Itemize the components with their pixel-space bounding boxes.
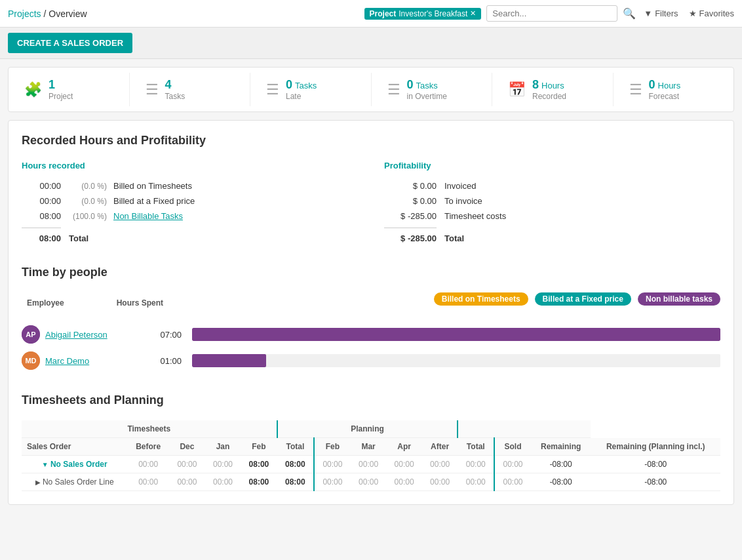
- planning-section-header: Planning: [277, 420, 458, 438]
- col-feb: Feb: [241, 438, 277, 456]
- group-plan-feb: 00:00: [314, 456, 351, 473]
- stat-projects-number: 1: [49, 78, 73, 92]
- profitability-label: Profitability: [384, 161, 720, 170]
- col-hours-header: Hours Spent: [117, 298, 163, 308]
- recorded-hours-title: Recorded Hours and Profitability: [22, 134, 720, 148]
- group-plan-mar: 00:00: [351, 456, 387, 473]
- hours-row-0-pct: (0.0 %): [61, 182, 107, 191]
- col-remaining: Remaining: [531, 438, 591, 456]
- stat-tasks[interactable]: ☰ 4 Tasks: [130, 73, 251, 106]
- stat-hours-recorded[interactable]: 📅 8 Hours Recorded: [492, 73, 614, 106]
- filter-tag-close-icon[interactable]: ✕: [470, 9, 476, 18]
- search-input[interactable]: [486, 5, 617, 22]
- profit-row-2: $ -285.00 Timesheet costs: [384, 209, 720, 224]
- breadcrumb-projects[interactable]: Projects: [8, 9, 41, 19]
- stat-tasks-late[interactable]: ☰ 0 Tasks Late: [250, 73, 372, 106]
- top-bar: Projects / Overview Project Investor's B…: [0, 0, 742, 28]
- filters-label: Filters: [655, 9, 678, 18]
- stat-overtime-label: in Overtime: [407, 92, 447, 101]
- group-jan: 00:00: [205, 456, 241, 473]
- col-plan-after: After: [422, 438, 458, 456]
- profit-row-1-money: $ 0.00: [384, 196, 437, 206]
- stat-hours-recorded-extra: Hours: [541, 81, 564, 90]
- forecast-icon: ☰: [629, 81, 642, 98]
- col-plan-feb: Feb: [314, 438, 351, 456]
- main-content: Recorded Hours and Profitability Hours r…: [8, 120, 734, 505]
- star-icon: ★: [689, 9, 697, 18]
- filters-button[interactable]: ▼ Filters: [644, 9, 678, 18]
- employee-name-marc[interactable]: Marc Demo: [45, 356, 89, 366]
- group-feb: 08:00: [241, 456, 277, 473]
- group-total-ts: 08:00: [277, 456, 315, 473]
- sub-plan-total: 00:00: [458, 473, 494, 491]
- timesheets-section-header: Timesheets: [22, 420, 277, 438]
- group-sold: 00:00: [494, 456, 531, 473]
- no-sales-order-link[interactable]: No Sales Order: [50, 460, 107, 469]
- svg-text:MD: MD: [25, 357, 36, 365]
- stat-hours-recorded-number: 8: [532, 78, 539, 92]
- breadcrumb: Projects / Overview: [8, 9, 87, 19]
- stat-tasks-number: 4: [165, 78, 186, 92]
- sub-plan-mar: 00:00: [351, 473, 387, 491]
- stat-tasks-overtime[interactable]: ☰ 0 Tasks in Overtime: [372, 73, 493, 106]
- hours-row-1-time: 00:00: [22, 196, 61, 206]
- col-employee-header: Employee: [22, 298, 64, 308]
- favorites-button[interactable]: ★ Favorites: [689, 9, 734, 18]
- sub-remaining: -08:00: [531, 473, 591, 491]
- col-sold: Sold: [494, 438, 531, 456]
- group-remaining-planning: -08:00: [591, 456, 720, 473]
- col-plan-apr: Apr: [386, 438, 422, 456]
- time-by-people-title: Time by people: [22, 266, 720, 279]
- legend-non-billable: Non billable tasks: [638, 292, 720, 306]
- col-plan-mar: Mar: [351, 438, 387, 456]
- employee-bar-abigail: [192, 328, 720, 341]
- profitability-col: Profitability $ 0.00 Invoiced $ 0.00 To …: [384, 161, 720, 246]
- sub-plan-after: 00:00: [422, 473, 458, 491]
- filter-tag[interactable]: Project Investor's Breakfast ✕: [364, 8, 482, 20]
- profit-row-0-label: Invoiced: [444, 181, 476, 191]
- profit-row-1-label: To invoice: [444, 196, 482, 206]
- col-remaining-planning: Remaining (Planning incl.): [591, 438, 720, 456]
- col-plan-total: Total: [458, 438, 494, 456]
- hours-profitability-section: Hours recorded 00:00 (0.0 %) Billed on T…: [22, 161, 720, 246]
- stat-projects[interactable]: 🧩 1 Project: [9, 73, 130, 106]
- stat-hours-forecast[interactable]: ☰ 0 Hours Forecast: [614, 73, 734, 106]
- col-sales-order: Sales Order: [22, 438, 127, 456]
- stat-hours-forecast-number: 0: [649, 78, 655, 92]
- filter-bar: ▼ Filters ★ Favorites: [644, 9, 734, 18]
- arrow-right-icon: ▶: [35, 479, 41, 486]
- employee-name-abigail[interactable]: Abigail Peterson: [45, 330, 107, 340]
- chart-legend: Billed on Timesheets Billed at a Fixed p…: [434, 292, 720, 306]
- hours-row-2-time: 08:00: [22, 211, 61, 221]
- action-bar: CREATE A SALES ORDER: [0, 28, 742, 59]
- stat-tasks-late-extra: Tasks: [295, 81, 317, 90]
- legend-billed-fixed: Billed at a Fixed price: [535, 292, 631, 306]
- group-row-label[interactable]: ▼ No Sales Order: [22, 456, 127, 473]
- group-plan-after: 00:00: [422, 456, 458, 473]
- search-area: Project Investor's Breakfast ✕ 🔍: [364, 5, 636, 22]
- puzzle-icon: 🧩: [24, 81, 42, 98]
- group-before: 00:00: [127, 456, 169, 473]
- sub-row-no-sales-order-line: ▶ No Sales Order Line 00:00 00:00 00:00 …: [22, 473, 720, 491]
- empty-section-header: [458, 420, 591, 438]
- profit-row-1: $ 0.00 To invoice: [384, 193, 720, 209]
- sub-total-ts: 08:00: [277, 473, 315, 491]
- stats-bar: 🧩 1 Project ☰ 4 Tasks ☰ 0 Tasks Late ☰ 0…: [8, 67, 734, 112]
- create-sales-order-button[interactable]: CREATE A SALES ORDER: [8, 33, 132, 53]
- avatar-marc: MD: [22, 351, 40, 370]
- sub-row-label-text: No Sales Order Line: [43, 477, 114, 487]
- sub-remaining-planning: -08:00: [591, 473, 720, 491]
- calendar-icon: 📅: [508, 81, 526, 98]
- hours-row-2-label[interactable]: Non Billable Tasks: [113, 211, 183, 221]
- hours-row-0-time: 00:00: [22, 181, 61, 191]
- stat-tasks-late-label: Late: [286, 92, 317, 101]
- sub-feb: 08:00: [241, 473, 277, 491]
- profit-row-2-label: Timesheet costs: [444, 211, 506, 221]
- profit-row-2-money: $ -285.00: [384, 211, 437, 221]
- sub-before: 00:00: [127, 473, 169, 491]
- profit-total-money: $ -285.00: [384, 233, 437, 243]
- group-row-no-sales-order: ▼ No Sales Order 00:00 00:00 00:00 08:00…: [22, 456, 720, 473]
- search-icon-button[interactable]: 🔍: [623, 7, 636, 20]
- timesheets-planning-section: Timesheets and Planning Timesheets Plann…: [22, 393, 720, 491]
- col-dec: Dec: [169, 438, 205, 456]
